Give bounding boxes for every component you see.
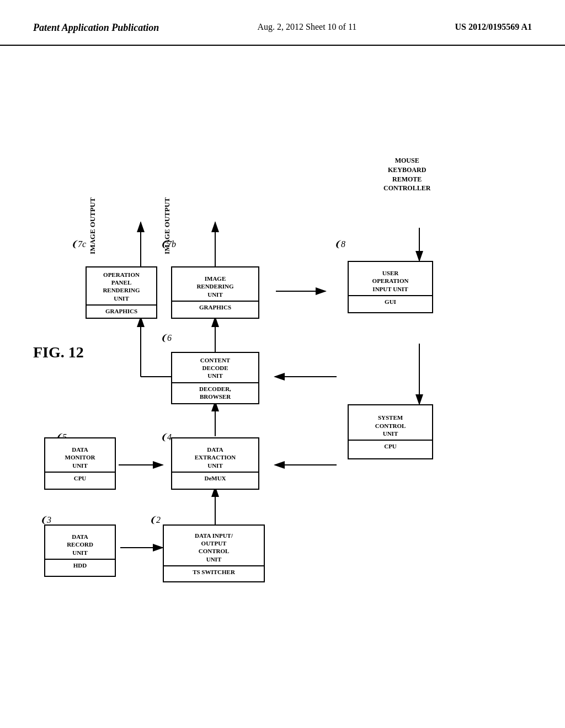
- figure-label: FIG. 12: [33, 344, 84, 361]
- publication-date-sheet: Aug. 2, 2012 Sheet 10 of 11: [257, 22, 356, 32]
- image-output-left-label: IMAGE OUTPUT: [88, 197, 97, 254]
- ref-7c: ❨7c: [71, 239, 86, 249]
- node-9: SYSTEMCONTROLUNIT CPU: [348, 404, 433, 459]
- publication-label: Patent Application Publication: [33, 22, 159, 34]
- input-devices-label: MOUSEKEYBOARDREMOTECONTROLLER: [383, 156, 430, 193]
- ref-2: ❨2: [149, 515, 161, 525]
- node-5: DATAMONITORUNIT CPU: [44, 437, 116, 490]
- ref-8: ❨8: [334, 239, 345, 249]
- ref-3: ❨3: [40, 515, 51, 525]
- node-3: DATARECORDUNIT HDD: [44, 524, 116, 577]
- node-7b: IMAGERENDERINGUNIT GRAPHICS: [171, 266, 259, 319]
- node-4: DATAEXTRACTIONUNIT DeMUX: [171, 437, 259, 490]
- node-7c: OPERATIONPANELRENDERINGUNIT GRAPHICS: [86, 266, 157, 319]
- publication-number: US 2012/0195569 A1: [455, 22, 532, 32]
- node-2: DATA INPUT/OUTPUTCONTROLUNIT TS SWITCHER: [163, 524, 265, 582]
- node-6: CONTENTDECODEUNIT DECODER,BROWSER: [171, 352, 259, 404]
- page-header: Patent Application Publication Aug. 2, 2…: [0, 0, 565, 46]
- diagram-area: FIG. 12: [0, 51, 565, 658]
- ref-7b: ❨7b: [160, 239, 176, 249]
- node-8: USEROPERATIONINPUT UNIT GUI: [348, 261, 433, 313]
- ref-6: ❨6: [160, 333, 172, 343]
- ref-4: ❨4: [160, 432, 172, 442]
